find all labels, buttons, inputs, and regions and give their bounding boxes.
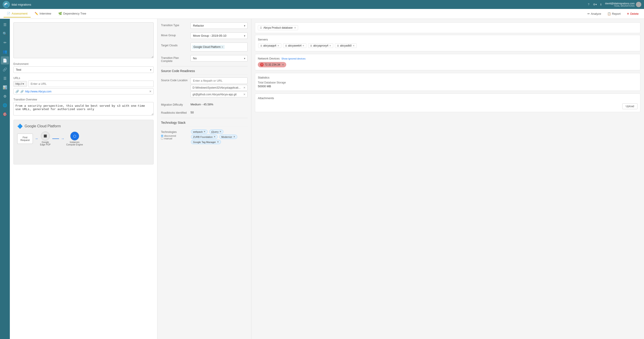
sidebar-icon-people[interactable]: 👥 (1, 48, 9, 56)
app-logo: 🌊 (3, 1, 10, 8)
tech-tag-webpack-remove[interactable]: ✕ (204, 130, 206, 133)
sidebar-icon-target[interactable]: 🎯 (1, 110, 9, 118)
filepath-2-value: git@github.com:Abcya/Abcya-app.git (192, 93, 236, 96)
user-company: TIDAL MIGRATIONS (605, 5, 634, 7)
dependency-tree-icon: 🌿 (58, 12, 62, 15)
diagram-instances: ⬡ InstancesCompute Engine (66, 132, 83, 146)
main-layout: ☰ 🔍 ✏ 👥 📄 🔗 ☰ 📊 ⚙ 🌐 🎯 Environment Test P… (0, 19, 644, 339)
tech-tag-modernizr-remove[interactable]: ✕ (233, 135, 235, 138)
network-device-ip: 72.32.234.34 (264, 63, 280, 66)
sidebar-icon-search[interactable]: 🔍 (1, 30, 9, 38)
cloud-tag-gcp: Google Cloud Platform ✕ (192, 45, 225, 49)
tech-tag-jquery-remove[interactable]: ✕ (219, 130, 222, 133)
server-tag-abcyaweb4: ☰ abcyaweb4 ✕ (283, 44, 306, 48)
url-input-row: http:// ▾ (14, 81, 154, 87)
tabbar: 📄 Assessment ✏️ Interview 🌿 Dependency T… (0, 9, 644, 19)
environment-group: Environment Test Production Development … (14, 63, 154, 73)
source-code-location-field: D:\Windows\System32\Abcya\applicati... ✕… (190, 77, 248, 98)
url-prefix-select[interactable]: http:// ▾ (14, 81, 27, 87)
analyze-button[interactable]: ✏ Analyze (586, 11, 603, 16)
database-remove[interactable]: ✕ (294, 27, 296, 29)
filepath-1-remove[interactable]: ✕ (243, 86, 246, 89)
tab-dependency-tree[interactable]: 🌿 Dependency Tree (55, 10, 90, 18)
tech-tag-zurb-remove[interactable]: ✕ (214, 135, 216, 138)
info-icon[interactable]: ℹ (600, 3, 602, 6)
server-icon-1: ☰ (260, 45, 262, 47)
user-email: david@tidalmigrations.com (605, 2, 634, 5)
transition-plan-row: Transition Plan Complete No Yes (161, 55, 248, 63)
server-remove-abcyaproxy4[interactable]: ✕ (329, 44, 331, 47)
sidebar-icon-globe[interactable]: 🌐 (1, 101, 9, 109)
main-textarea[interactable] (14, 22, 154, 58)
tech-tag-gtm-label: Google Tag Manager (193, 141, 216, 143)
sidebar-icon-edit[interactable]: ✏ (1, 39, 9, 47)
target-clouds-tags: Google Cloud Platform ✕ (190, 43, 248, 52)
transition-plan-label: Transition Plan Complete (161, 55, 188, 63)
tab-interview[interactable]: ✏️ Interview (32, 10, 54, 18)
google-edge-icon: ⬛ (41, 132, 50, 141)
attachments-section: Attachments Upload (255, 94, 640, 112)
tech-tag-webpack-label: webpack (193, 130, 202, 133)
statistics-section: Statistics Total Database Storage 50000 … (255, 73, 640, 91)
network-devices-list: ? 72.32.234.34 ✕ (258, 62, 638, 67)
server-name-abcyadb0: abcyadb0 (340, 44, 352, 47)
manual-legend: manual (161, 137, 188, 140)
network-device-remove[interactable]: ✕ (282, 63, 284, 66)
diagram-google-edge: ⬛ GoogleEdge POP (40, 132, 50, 146)
flow-arrow-1: → (35, 137, 38, 141)
transition-overview-group: Transition Overview From a security pers… (14, 98, 154, 116)
transition-type-select[interactable]: Refactor Rehost Retain Retire Replatform… (190, 22, 248, 29)
instances-icon: ⬡ (70, 132, 79, 141)
delete-button[interactable]: ✕ Delete (625, 11, 640, 16)
filepath-2-remove[interactable]: ✕ (243, 93, 246, 96)
cloud-tag-gcp-label: Google Cloud Platform (194, 46, 220, 49)
sidebar-icon-menu[interactable]: ☰ (1, 21, 9, 29)
transition-plan-select[interactable]: No Yes (190, 55, 248, 62)
migration-difficulty-value: Medium - 45.58% (190, 102, 248, 106)
urls-group: URLs http:// ▾ 🔗 🔗 http://www.Abcya.com … (14, 77, 154, 94)
server-remove-abcyaweb4[interactable]: ✕ (302, 44, 304, 47)
report-button[interactable]: 📋 Report (606, 11, 622, 16)
url-link[interactable]: http://www.Abcya.com (25, 90, 52, 93)
sidebar-icon-list[interactable]: ☰ (1, 74, 9, 82)
environment-select[interactable]: Test Production Development Staging (14, 67, 154, 73)
diagram-header: 🔷 Google Cloud Platform (17, 124, 150, 129)
sidebar-icon-document[interactable]: 📄 (1, 56, 9, 65)
transition-overview-textarea[interactable]: From a security perspective, this would … (14, 102, 154, 116)
environment-label: Environment (14, 63, 154, 66)
url-link-icon2: 🔗 (20, 90, 24, 93)
instances-label: InstancesCompute Engine (66, 141, 83, 146)
statistics-title: Statistics (258, 76, 638, 79)
discovered-legend: discovered (161, 135, 188, 137)
filepath-row-1: D:\Windows\System32\Abcya\applicati... ✕ (190, 85, 248, 91)
source-code-input[interactable] (190, 77, 248, 84)
server-icon-3: ☰ (310, 45, 312, 47)
network-devices-title: Network Devices (258, 57, 280, 60)
sidebar-icon-settings[interactable]: ⚙ (1, 92, 9, 100)
tab-assessment[interactable]: 📄 Assessment (4, 10, 31, 18)
server-remove-abcyaapp4[interactable]: ✕ (277, 44, 279, 47)
upload-button[interactable]: Upload (622, 103, 638, 109)
url-remove-button[interactable]: ✕ (149, 90, 152, 93)
gcp-logo-icon: 🔷 (17, 124, 23, 129)
tech-tag-gtm-remove[interactable]: ✕ (217, 141, 219, 143)
middle-panel: Transition Type Refactor Rehost Retain R… (158, 19, 251, 339)
sidebar-icon-chart[interactable]: 📊 (1, 83, 9, 91)
technologies-field-label: Technologies discovered manual (161, 129, 188, 140)
discovered-dot (161, 135, 163, 137)
tech-tag-modernizr: Modernizr ✕ (219, 135, 237, 139)
roadblocks-value: 50 (190, 110, 248, 114)
navbar-left: 🌊 tidal migrations (3, 1, 31, 8)
technologies-tags: webpack ✕ jQuery ✕ ZURB Foundation ✕ Mod… (190, 129, 248, 145)
server-remove-abcyadb0[interactable]: ✕ (353, 44, 355, 47)
move-group-select[interactable]: Move Group - 2019-05-10 (190, 33, 248, 39)
settings-icon[interactable]: ⚙▾ (593, 3, 597, 6)
cloud-tag-gcp-remove[interactable]: ✕ (222, 46, 224, 49)
sidebar-icon-link[interactable]: 🔗 (1, 65, 9, 73)
server-icon-2: ☰ (285, 45, 287, 47)
help-icon[interactable]: ? (588, 3, 590, 6)
show-ignored-link[interactable]: Show ignored devices (282, 57, 306, 60)
diagram-title: Google Cloud Platform (24, 124, 61, 128)
url-input[interactable] (28, 81, 154, 87)
link-icon: 🔗 (16, 90, 19, 93)
